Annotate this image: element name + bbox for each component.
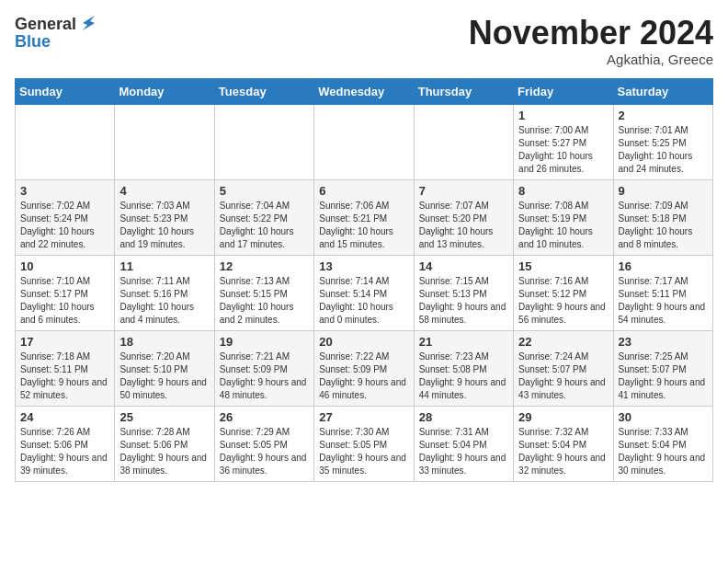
day-number: 17 [20, 335, 109, 349]
col-monday: Monday [115, 78, 214, 104]
title-block: November 2024 Agkathia, Greece [469, 15, 713, 67]
week-row-5: 24Sunrise: 7:26 AM Sunset: 5:06 PM Dayli… [16, 406, 713, 481]
page: General Blue November 2024 Agkathia, Gre… [0, 0, 728, 497]
logo-general-text: General [15, 15, 76, 34]
calendar-cell-w3-d2: 11Sunrise: 7:11 AM Sunset: 5:16 PM Dayli… [115, 255, 214, 330]
day-info: Sunrise: 7:29 AM Sunset: 5:05 PM Dayligh… [220, 426, 309, 477]
day-info: Sunrise: 7:31 AM Sunset: 5:04 PM Dayligh… [419, 426, 508, 477]
day-number: 26 [220, 410, 309, 424]
day-info: Sunrise: 7:26 AM Sunset: 5:06 PM Dayligh… [20, 426, 109, 477]
day-number: 5 [220, 184, 309, 198]
day-number: 9 [619, 184, 708, 198]
day-info: Sunrise: 7:21 AM Sunset: 5:09 PM Dayligh… [220, 350, 309, 402]
day-info: Sunrise: 7:00 AM Sunset: 5:27 PM Dayligh… [518, 124, 608, 176]
day-info: Sunrise: 7:25 AM Sunset: 5:07 PM Dayligh… [619, 350, 708, 402]
calendar-cell-w1-d4 [314, 104, 414, 179]
calendar-cell-w5-d2: 25Sunrise: 7:28 AM Sunset: 5:06 PM Dayli… [115, 406, 214, 481]
day-number: 4 [119, 184, 209, 198]
day-info: Sunrise: 7:01 AM Sunset: 5:25 PM Dayligh… [619, 124, 708, 176]
calendar-cell-w1-d6: 1Sunrise: 7:00 AM Sunset: 5:27 PM Daylig… [514, 104, 613, 179]
day-info: Sunrise: 7:33 AM Sunset: 5:04 PM Dayligh… [619, 426, 708, 477]
calendar-cell-w5-d4: 27Sunrise: 7:30 AM Sunset: 5:05 PM Dayli… [314, 406, 414, 481]
day-number: 2 [619, 109, 708, 122]
week-row-3: 10Sunrise: 7:10 AM Sunset: 5:17 PM Dayli… [16, 255, 713, 330]
day-info: Sunrise: 7:03 AM Sunset: 5:23 PM Dayligh… [119, 200, 209, 251]
calendar-cell-w1-d1 [16, 104, 115, 179]
day-info: Sunrise: 7:02 AM Sunset: 5:24 PM Dayligh… [20, 200, 109, 251]
day-number: 1 [518, 109, 608, 122]
calendar-cell-w4-d1: 17Sunrise: 7:18 AM Sunset: 5:11 PM Dayli… [16, 330, 115, 406]
col-sunday: Sunday [16, 78, 115, 104]
calendar-cell-w1-d7: 2Sunrise: 7:01 AM Sunset: 5:25 PM Daylig… [613, 104, 712, 179]
col-thursday: Thursday [414, 78, 513, 104]
calendar-header-row: Sunday Monday Tuesday Wednesday Thursday… [16, 78, 713, 104]
day-info: Sunrise: 7:13 AM Sunset: 5:15 PM Dayligh… [220, 275, 309, 327]
calendar-cell-w2-d5: 7Sunrise: 7:07 AM Sunset: 5:20 PM Daylig… [414, 179, 513, 255]
day-info: Sunrise: 7:23 AM Sunset: 5:08 PM Dayligh… [419, 350, 508, 402]
svg-marker-0 [83, 16, 95, 30]
day-info: Sunrise: 7:14 AM Sunset: 5:14 PM Dayligh… [319, 275, 408, 327]
calendar-cell-w4-d2: 18Sunrise: 7:20 AM Sunset: 5:10 PM Dayli… [115, 330, 214, 406]
day-info: Sunrise: 7:07 AM Sunset: 5:20 PM Dayligh… [419, 200, 508, 251]
day-number: 8 [518, 184, 608, 198]
day-number: 18 [119, 335, 209, 349]
day-info: Sunrise: 7:15 AM Sunset: 5:13 PM Dayligh… [419, 275, 508, 327]
day-number: 11 [119, 259, 209, 273]
day-number: 25 [119, 410, 209, 424]
day-info: Sunrise: 7:06 AM Sunset: 5:21 PM Dayligh… [319, 200, 408, 251]
calendar-cell-w5-d5: 28Sunrise: 7:31 AM Sunset: 5:04 PM Dayli… [414, 406, 513, 481]
logo-icon [78, 14, 98, 34]
day-number: 12 [220, 259, 309, 273]
calendar-cell-w2-d4: 6Sunrise: 7:06 AM Sunset: 5:21 PM Daylig… [314, 179, 414, 255]
col-tuesday: Tuesday [214, 78, 313, 104]
calendar-cell-w3-d4: 13Sunrise: 7:14 AM Sunset: 5:14 PM Dayli… [314, 255, 414, 330]
calendar-cell-w4-d3: 19Sunrise: 7:21 AM Sunset: 5:09 PM Dayli… [214, 330, 313, 406]
day-info: Sunrise: 7:18 AM Sunset: 5:11 PM Dayligh… [20, 350, 109, 402]
calendar-cell-w5-d1: 24Sunrise: 7:26 AM Sunset: 5:06 PM Dayli… [16, 406, 115, 481]
day-number: 13 [319, 259, 408, 273]
day-number: 22 [518, 335, 608, 349]
col-saturday: Saturday [613, 78, 712, 104]
calendar-cell-w1-d3 [214, 104, 313, 179]
calendar-cell-w2-d3: 5Sunrise: 7:04 AM Sunset: 5:22 PM Daylig… [214, 179, 313, 255]
location: Agkathia, Greece [469, 52, 713, 67]
calendar: Sunday Monday Tuesday Wednesday Thursday… [15, 78, 713, 482]
calendar-cell-w3-d5: 14Sunrise: 7:15 AM Sunset: 5:13 PM Dayli… [414, 255, 513, 330]
day-number: 21 [419, 335, 508, 349]
day-number: 7 [419, 184, 508, 198]
day-info: Sunrise: 7:09 AM Sunset: 5:18 PM Dayligh… [619, 200, 708, 251]
calendar-cell-w4-d6: 22Sunrise: 7:24 AM Sunset: 5:07 PM Dayli… [514, 330, 613, 406]
calendar-cell-w4-d7: 23Sunrise: 7:25 AM Sunset: 5:07 PM Dayli… [613, 330, 712, 406]
logo: General Blue [15, 15, 98, 52]
day-number: 3 [20, 184, 109, 198]
day-info: Sunrise: 7:04 AM Sunset: 5:22 PM Dayligh… [220, 200, 309, 251]
day-info: Sunrise: 7:28 AM Sunset: 5:06 PM Dayligh… [119, 426, 209, 477]
day-number: 20 [319, 335, 408, 349]
calendar-cell-w1-d5 [414, 104, 513, 179]
calendar-cell-w3-d6: 15Sunrise: 7:16 AM Sunset: 5:12 PM Dayli… [514, 255, 613, 330]
week-row-4: 17Sunrise: 7:18 AM Sunset: 5:11 PM Dayli… [16, 330, 713, 406]
day-info: Sunrise: 7:08 AM Sunset: 5:19 PM Dayligh… [518, 200, 608, 251]
calendar-cell-w2-d7: 9Sunrise: 7:09 AM Sunset: 5:18 PM Daylig… [613, 179, 712, 255]
calendar-cell-w3-d1: 10Sunrise: 7:10 AM Sunset: 5:17 PM Dayli… [16, 255, 115, 330]
calendar-cell-w5-d3: 26Sunrise: 7:29 AM Sunset: 5:05 PM Dayli… [214, 406, 313, 481]
day-info: Sunrise: 7:17 AM Sunset: 5:11 PM Dayligh… [619, 275, 708, 327]
header: General Blue November 2024 Agkathia, Gre… [15, 15, 713, 67]
day-info: Sunrise: 7:11 AM Sunset: 5:16 PM Dayligh… [119, 275, 209, 327]
day-number: 29 [518, 410, 608, 424]
calendar-cell-w2-d2: 4Sunrise: 7:03 AM Sunset: 5:23 PM Daylig… [115, 179, 214, 255]
week-row-2: 3Sunrise: 7:02 AM Sunset: 5:24 PM Daylig… [16, 179, 713, 255]
day-number: 14 [419, 259, 508, 273]
day-number: 19 [220, 335, 309, 349]
day-number: 16 [619, 259, 708, 273]
day-info: Sunrise: 7:22 AM Sunset: 5:09 PM Dayligh… [319, 350, 408, 402]
day-number: 15 [518, 259, 608, 273]
day-number: 30 [619, 410, 708, 424]
col-wednesday: Wednesday [314, 78, 414, 104]
day-number: 23 [619, 335, 708, 349]
day-info: Sunrise: 7:10 AM Sunset: 5:17 PM Dayligh… [20, 275, 109, 327]
day-number: 10 [20, 259, 109, 273]
day-number: 6 [319, 184, 408, 198]
day-info: Sunrise: 7:32 AM Sunset: 5:04 PM Dayligh… [518, 426, 608, 477]
calendar-cell-w5-d7: 30Sunrise: 7:33 AM Sunset: 5:04 PM Dayli… [613, 406, 712, 481]
